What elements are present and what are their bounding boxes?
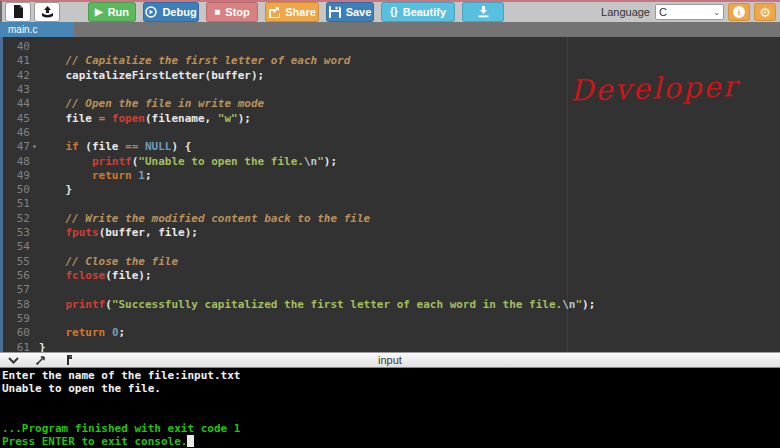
fold-gutter-space bbox=[30, 155, 39, 169]
code-line[interactable]: 61} bbox=[3, 341, 595, 352]
stop-button-label: Stop bbox=[225, 6, 249, 18]
console-line: Unable to open the file. bbox=[2, 382, 780, 395]
download-button[interactable] bbox=[462, 2, 504, 22]
fold-arrow-icon[interactable]: ▾ bbox=[30, 140, 39, 154]
console-title: input bbox=[0, 353, 780, 367]
code-editor[interactable]: 4041 // Capitalize the first letter of e… bbox=[0, 37, 780, 352]
beautify-button-label: Beautify bbox=[403, 6, 446, 18]
new-file-button[interactable] bbox=[5, 2, 31, 22]
toolbar-right-group: Language C ⌄ i ⚙ bbox=[601, 3, 776, 21]
code-line-text: // Open the file in write mode bbox=[39, 97, 264, 111]
language-select-value: C bbox=[659, 6, 667, 18]
line-number: 48 bbox=[3, 155, 30, 169]
code-line-text: fputs(buffer, file); bbox=[39, 226, 198, 240]
line-number: 60 bbox=[3, 326, 30, 340]
info-icon: i bbox=[733, 6, 745, 18]
code-line[interactable]: 46 bbox=[3, 126, 595, 140]
code-line[interactable]: 57 bbox=[3, 283, 595, 297]
code-line[interactable]: 60 return 0; bbox=[3, 326, 595, 340]
line-number: 53 bbox=[3, 226, 30, 240]
line-number: 42 bbox=[3, 69, 30, 83]
code-line[interactable]: 55 // Close the file bbox=[3, 255, 595, 269]
console-line: ...Program finished with exit code 1 bbox=[2, 422, 780, 435]
code-line[interactable]: 50 } bbox=[3, 183, 595, 197]
fold-gutter-space bbox=[30, 183, 39, 197]
debug-button-label: Debug bbox=[162, 6, 196, 18]
line-number: 55 bbox=[3, 255, 30, 269]
tab-label: main.c bbox=[8, 24, 37, 35]
code-line[interactable]: 53 fputs(buffer, file); bbox=[3, 226, 595, 240]
code-line-text: return 0; bbox=[39, 326, 125, 340]
beautify-button[interactable]: {} Beautify bbox=[381, 2, 455, 22]
save-button-label: Save bbox=[346, 6, 372, 18]
fold-gutter-space bbox=[30, 54, 39, 68]
share-button[interactable]: Share bbox=[265, 2, 319, 22]
language-label: Language bbox=[601, 6, 650, 18]
code-line-text: fclose(file); bbox=[39, 269, 152, 283]
code-line-text: return 1; bbox=[39, 169, 152, 183]
code-line[interactable]: 59 bbox=[3, 312, 595, 326]
line-number: 59 bbox=[3, 312, 30, 326]
code-line[interactable]: 40 bbox=[3, 40, 595, 54]
console-line bbox=[2, 409, 780, 422]
code-line-text: // Write the modified content back to th… bbox=[39, 212, 370, 226]
tab-bar: main.c bbox=[0, 22, 780, 37]
console-header: input bbox=[0, 352, 780, 368]
code-line-text: file = fopen(filename, "w"); bbox=[39, 112, 251, 126]
line-number: 49 bbox=[3, 169, 30, 183]
code-line[interactable]: 44 // Open the file in write mode bbox=[3, 97, 595, 111]
code-line[interactable]: 42 capitalizeFirstLetter(buffer); bbox=[3, 69, 595, 83]
fold-gutter-space bbox=[30, 341, 39, 352]
fold-gutter-space bbox=[30, 326, 39, 340]
line-number: 57 bbox=[3, 283, 30, 297]
info-button[interactable]: i bbox=[728, 3, 750, 21]
save-button[interactable]: Save bbox=[326, 2, 374, 22]
code-line[interactable]: 54 bbox=[3, 240, 595, 254]
code-line[interactable]: 58 printf("Successfully capitalized the … bbox=[3, 298, 595, 312]
fold-gutter-space bbox=[30, 112, 39, 126]
fold-gutter-space bbox=[30, 97, 39, 111]
download-icon bbox=[477, 5, 490, 18]
braces-icon: {} bbox=[390, 7, 398, 17]
run-button[interactable]: ▶ Run bbox=[88, 2, 136, 22]
share-button-label: Share bbox=[285, 6, 316, 18]
code-rows: 4041 // Capitalize the first letter of e… bbox=[3, 40, 595, 352]
fold-gutter-space bbox=[30, 69, 39, 83]
language-select[interactable]: C ⌄ bbox=[655, 4, 724, 20]
code-line-text: } bbox=[39, 183, 72, 197]
debug-button[interactable]: Debug bbox=[143, 2, 199, 22]
line-number: 51 bbox=[3, 197, 30, 211]
settings-button[interactable]: ⚙ bbox=[754, 3, 776, 21]
line-number: 41 bbox=[3, 54, 30, 68]
code-line[interactable]: 49 return 1; bbox=[3, 169, 595, 183]
code-line[interactable]: 47▾ if (file == NULL) { bbox=[3, 140, 595, 154]
line-number: 43 bbox=[3, 83, 30, 97]
code-line[interactable]: 56 fclose(file); bbox=[3, 269, 595, 283]
console-line: Press ENTER to exit console. bbox=[2, 435, 780, 448]
console-line: Enter the name of the file:input.txt bbox=[2, 369, 780, 382]
fold-gutter-space bbox=[30, 126, 39, 140]
code-line[interactable]: 45 file = fopen(filename, "w"); bbox=[3, 112, 595, 126]
debug-icon bbox=[145, 6, 157, 18]
code-line[interactable]: 52 // Write the modified content back to… bbox=[3, 212, 595, 226]
upload-button[interactable] bbox=[34, 2, 60, 22]
code-line[interactable]: 41 // Capitalize the first letter of eac… bbox=[3, 54, 595, 68]
fold-gutter-space bbox=[30, 298, 39, 312]
fold-gutter-space bbox=[30, 169, 39, 183]
code-line-text: // Close the file bbox=[39, 255, 178, 269]
code-line[interactable]: 48 printf("Unable to open the file.\n"); bbox=[3, 155, 595, 169]
fold-gutter-space bbox=[30, 283, 39, 297]
stop-button[interactable]: ■ Stop bbox=[206, 2, 258, 22]
fold-gutter-space bbox=[30, 212, 39, 226]
terminal-output[interactable]: Enter the name of the file:input.txtUnab… bbox=[0, 368, 780, 448]
new-file-icon bbox=[13, 5, 24, 18]
terminal-cursor bbox=[187, 435, 194, 447]
upload-icon bbox=[41, 5, 54, 18]
code-line[interactable]: 51 bbox=[3, 197, 595, 211]
code-line[interactable]: 43 bbox=[3, 83, 595, 97]
line-number: 56 bbox=[3, 269, 30, 283]
fold-gutter-space bbox=[30, 255, 39, 269]
tab-main-c[interactable]: main.c bbox=[0, 22, 74, 37]
line-number: 47 bbox=[3, 140, 30, 154]
code-line-text: // Capitalize the first letter of each w… bbox=[39, 54, 350, 68]
